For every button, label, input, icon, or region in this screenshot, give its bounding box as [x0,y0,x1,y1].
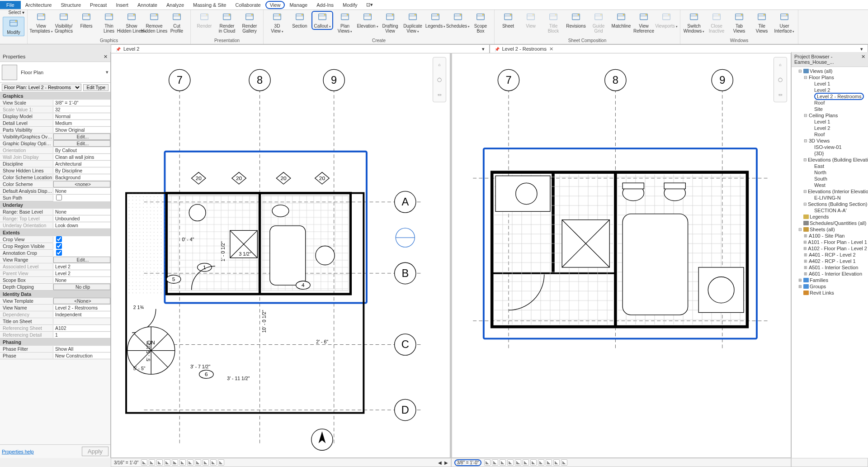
detail-level-icon[interactable] [484,459,491,466]
section-button[interactable]: Section [289,11,311,29]
tab-menu-icon[interactable]: ▾ [482,46,485,52]
prop-value[interactable]: Normal [53,114,110,119]
tree-item[interactable]: ⊟Views (all) [792,68,868,74]
shadows-icon[interactable] [164,459,170,466]
prop-value[interactable] [53,236,110,243]
tree-item[interactable]: West [792,182,868,188]
tree-item[interactable]: Schedules/Quantities (all) [792,220,868,226]
chevron-down-icon[interactable]: ▾ [106,69,108,75]
3d-view-button[interactable]: 3D View [266,11,288,35]
tree-item[interactable]: ⊞Groups [792,283,868,290]
crop-visible-icon[interactable] [530,459,537,466]
tree-item[interactable]: Level 2 [792,87,868,93]
apply-button[interactable]: Apply [82,447,108,456]
plan-views-button[interactable]: Plan Views [334,11,356,35]
tree-toggle-icon[interactable]: ⊞ [798,278,802,282]
worksharing-icon[interactable] [553,459,560,466]
switch-windows-button[interactable]: Switch Windows [683,11,705,35]
user-interface-button[interactable]: User Interface [774,11,795,35]
callout-button[interactable]: Callout [311,11,333,30]
tree-toggle-icon[interactable]: ⊟ [803,202,807,206]
tree-item[interactable]: Site [792,106,868,112]
tree-item[interactable]: ⊞A401 - RCP - Level 2 [792,252,868,258]
scope-box-button[interactable]: Scope Box [470,11,491,34]
tree-item[interactable]: ⊟Floor Plans [792,74,868,81]
tree-item[interactable]: Level 2 - Restrooms [792,93,868,100]
tree-item[interactable]: Level 2 [792,125,868,131]
view-control-bar-left[interactable]: 3/16" = 1'-0" ◀ ▶ [111,458,451,467]
tree-toggle-icon[interactable]: ⊟ [803,75,808,80]
menu-collaborate[interactable]: Collaborate [231,1,265,9]
prop-value[interactable]: Edit... [53,133,110,140]
view-templates-button[interactable]: View Templates [30,11,52,35]
tree-toggle-icon[interactable]: ⊟ [803,138,808,143]
tree-toggle-icon[interactable]: ⊞ [803,253,808,257]
render-in-cloud-button[interactable]: Render in Cloud [216,11,238,34]
tree-item[interactable]: Roof [792,100,868,106]
tree-item[interactable]: South [792,176,868,182]
prop-value[interactable] [53,250,110,257]
prop-value[interactable] [53,243,110,250]
constraints-icon[interactable] [218,459,224,466]
menu-annotate[interactable]: Annotate [133,1,162,9]
prop-group-identity-data[interactable]: Identity Data [0,291,110,298]
crop-icon[interactable] [179,459,186,466]
menu-analyze[interactable]: Analyze [162,1,189,9]
tree-toggle-icon[interactable]: ⊞ [803,259,808,263]
reveal-hidden-icon[interactable] [546,459,552,466]
instance-selector[interactable]: Floor Plan: Level 2 - Restrooms [2,84,81,91]
menu-massing-site[interactable]: Massing & Site [189,1,231,9]
prop-value[interactable]: Show Original [53,127,110,133]
tree-item[interactable]: Level 1 [792,119,868,125]
tree-toggle-icon[interactable]: ⊞ [803,240,807,244]
prop-value[interactable]: Show All [53,346,110,352]
close-icon[interactable]: ✕ [549,46,553,52]
canvas-level2[interactable]: 7 8 9 A B C D [111,53,450,458]
tree-toggle-icon[interactable]: ⊟ [798,69,802,73]
reveal-hidden-icon[interactable] [203,459,209,466]
menu-manage[interactable]: Manage [285,1,312,9]
tile-views-button[interactable]: Tile Views [751,11,773,34]
close-icon[interactable]: ✕ [861,54,865,65]
scroll-left-icon[interactable]: ◀ [438,460,442,465]
drafting-view-button[interactable]: Drafting View [379,11,401,34]
checkbox[interactable] [56,236,62,242]
menu-precast[interactable]: Precast [85,1,111,9]
tab-views-button[interactable]: Tab Views [728,11,750,34]
type-selector[interactable]: Floor Plan ▾ [0,62,110,83]
visibility-graphics-button[interactable]: Visibility/ Graphics [53,11,75,34]
tree-item[interactable]: ⊟Elevations (Building Elevation [792,157,868,163]
visual-style-icon[interactable] [149,459,155,466]
prop-value[interactable]: Edit... [53,257,110,263]
prop-value[interactable]: Architectural [53,161,110,167]
temp-hide-icon[interactable] [538,459,544,466]
tree-item[interactable]: SECTION A-A' [792,207,868,214]
tree-toggle-icon[interactable]: ⊞ [803,246,807,251]
menu-structure[interactable]: Structure [56,1,85,9]
duplicate-view-button[interactable]: Duplicate View [402,11,424,35]
prop-group-extents[interactable]: Extents [0,229,110,236]
prop-value[interactable]: None [53,209,110,214]
prop-value[interactable]: None [53,188,110,194]
tree-item[interactable]: ⊟3D Views [792,138,868,144]
close-icon[interactable]: ✕ [104,54,108,60]
tree-item[interactable]: Legends [792,214,868,220]
elevation-button[interactable]: Elevation [357,11,378,30]
sheet-button[interactable]: Sheet [497,11,519,29]
tree-item[interactable]: ⊞A100 - Site Plan [792,233,868,239]
rendering-icon[interactable] [172,459,178,466]
tree-toggle-icon[interactable]: ⊞ [803,265,808,270]
cut-profile-button[interactable]: Cut Profile [166,11,188,34]
show-hidden-lines-button[interactable]: Show Hidden Lines [121,11,142,35]
tree-item[interactable]: East [792,163,868,169]
tree-item[interactable]: ⊞A501 - Interior Section [792,264,868,271]
schedules-button[interactable]: Schedules [447,11,469,30]
view-reference-button[interactable]: View Reference [633,11,655,34]
nav-wheel[interactable]: ⌂◯▭ [774,57,787,102]
checkbox[interactable] [56,195,62,200]
prop-group-underlay[interactable]: Underlay [0,201,110,209]
tree-toggle-icon[interactable]: ⊟ [803,157,807,162]
legends-button[interactable]: Legends [425,11,446,30]
crop-visible-icon[interactable] [187,459,193,466]
tree-item[interactable]: ⊟Sections (Building Section) [792,201,868,207]
